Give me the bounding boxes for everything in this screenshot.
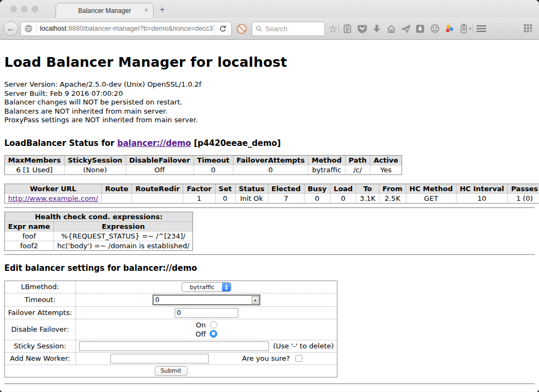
sticky-session-label: Sticky Session: bbox=[5, 340, 76, 352]
content-blocked-icon[interactable] bbox=[236, 23, 247, 34]
sticky-session-hint: (Use '-' to delete) bbox=[273, 342, 334, 350]
failover-attempts-input[interactable] bbox=[175, 308, 238, 318]
send-plane-icon[interactable] bbox=[398, 22, 413, 36]
section-divider bbox=[4, 207, 535, 208]
page-title: Load Balancer Manager for localhost bbox=[4, 54, 535, 70]
table-row: 6 [1 Used] (None) Off 0 0 bytraffic /c/ … bbox=[5, 165, 402, 174]
cell-path: /c/ bbox=[345, 165, 370, 174]
cell-load: 0 bbox=[330, 193, 356, 203]
bookmark-star-icon[interactable]: ☆ bbox=[328, 23, 337, 35]
navigation-toolbar: ← localhost:8880/balancer-manager?b=demo… bbox=[0, 18, 539, 40]
col-expression: Expression bbox=[53, 221, 193, 231]
back-button[interactable]: ← bbox=[3, 21, 18, 36]
health-table-title: Health check cond. expressions: bbox=[5, 212, 193, 221]
close-tab-icon[interactable]: × bbox=[144, 6, 148, 14]
col-method: Method bbox=[308, 155, 345, 165]
table-header-row: Worker URL Route RouteRedir Factor Set S… bbox=[5, 184, 539, 193]
page-content: Load Balancer Manager for localhost Serv… bbox=[0, 40, 539, 392]
lbmethod-select[interactable]: bytraffic ▲▼ bbox=[182, 282, 231, 292]
cell-passes: 1 (0) bbox=[508, 193, 539, 203]
lbmethod-selected-value: bytraffic bbox=[182, 283, 222, 291]
col-timeout: Timeout bbox=[194, 155, 233, 165]
cell-to: 3.1K bbox=[356, 193, 379, 203]
pocket-icon[interactable] bbox=[355, 22, 369, 36]
timeout-label: Timeout: bbox=[5, 293, 76, 306]
balancer-demo-link[interactable]: balancer://demo bbox=[117, 138, 191, 148]
table-header-row: MaxMembers StickySession DisableFailover… bbox=[5, 155, 402, 165]
add-new-worker-input[interactable] bbox=[110, 354, 209, 363]
url-host: localhost bbox=[40, 25, 66, 32]
cell-elected: 7 bbox=[268, 193, 304, 203]
menu-hamburger-icon[interactable] bbox=[474, 22, 489, 36]
disable-failover-label: Disable Failover: bbox=[5, 319, 76, 340]
worker-table: Worker URL Route RouteRedir Factor Set S… bbox=[4, 184, 539, 204]
sticky-session-input[interactable] bbox=[79, 341, 269, 351]
number-spinner-icon[interactable]: ▲ bbox=[252, 296, 259, 304]
close-window-button[interactable] bbox=[10, 6, 17, 12]
url-bar[interactable]: localhost:8880/balancer-manager?b=demo&n… bbox=[20, 22, 232, 36]
color-dots-extension-icon[interactable] bbox=[442, 22, 457, 36]
disable-failover-off-radio[interactable] bbox=[210, 330, 217, 338]
col-failoverattempts: FailoverAttempts bbox=[233, 155, 308, 165]
inherit-note-line: Balancers are NOT inherited from main se… bbox=[4, 107, 535, 116]
minimize-window-button[interactable] bbox=[21, 6, 27, 12]
form-row-disable-failover: Disable Failover: On Off bbox=[5, 319, 337, 340]
cell-timeout: 0 bbox=[194, 165, 233, 174]
server-info: Server Version: Apache/2.5.0-dev (Unix) … bbox=[4, 80, 535, 125]
form-row-lbmethod: LBmethod: bytraffic ▲▼ bbox=[5, 281, 337, 293]
home-icon[interactable] bbox=[384, 22, 398, 36]
zoom-window-button[interactable] bbox=[32, 6, 38, 12]
toolbar-separator bbox=[473, 23, 473, 34]
are-you-sure-label: Are you sure? bbox=[242, 354, 290, 362]
section-divider bbox=[4, 254, 535, 255]
cell-hc-method: GET bbox=[406, 193, 456, 203]
col-maxmembers: MaxMembers bbox=[5, 155, 65, 165]
cell-factor: 1 bbox=[183, 193, 215, 203]
hello-smiley-icon[interactable] bbox=[427, 22, 442, 36]
extension-download-box-icon[interactable] bbox=[413, 22, 427, 36]
bookmarks-clipboard-icon[interactable] bbox=[340, 22, 355, 36]
new-tab-button[interactable]: + bbox=[160, 4, 165, 15]
form-row-timeout: Timeout: 0 ▲ bbox=[5, 293, 337, 306]
select-stepper-icon: ▲▼ bbox=[222, 283, 231, 291]
cell-method: bytraffic bbox=[308, 165, 345, 174]
form-row-failover: Failover Attempts: bbox=[5, 306, 337, 319]
browser-window: Balancer Manager × + ← localhost:8880/ba… bbox=[0, 0, 539, 392]
tab-balancer-manager[interactable]: Balancer Manager × bbox=[56, 3, 154, 18]
downloads-icon[interactable] bbox=[369, 22, 384, 36]
table-row: foof %{REQUEST_STATUS} =~ /^[234]/ bbox=[5, 231, 193, 241]
site-identity-globe-icon[interactable] bbox=[21, 24, 36, 33]
table-header-row: Expr name Expression bbox=[5, 221, 193, 231]
radio-on-label: On bbox=[196, 320, 205, 330]
url-text[interactable]: localhost:8880/balancer-manager?b=demo&n… bbox=[37, 25, 214, 32]
timeout-input[interactable]: 0 ▲ bbox=[153, 295, 260, 305]
chevron-down-icon[interactable]: ▾ bbox=[469, 26, 472, 31]
submit-button[interactable]: Submit bbox=[155, 366, 188, 376]
table-row: foof2 hc('body') =~ /domain is establish… bbox=[5, 241, 193, 250]
col-stickysession: StickySession bbox=[64, 155, 126, 165]
are-you-sure-checkbox[interactable] bbox=[295, 355, 302, 362]
worker-url-link[interactable]: http://www.example.com/ bbox=[8, 194, 98, 202]
server-built-line: Server Built: Feb 9 2016 07:00:20 bbox=[4, 89, 535, 99]
form-row-sticky: Sticky Session: (Use '-' to delete) bbox=[5, 340, 337, 352]
window-controls[interactable] bbox=[10, 6, 38, 12]
col-active: Active bbox=[370, 155, 402, 165]
search-bar[interactable] bbox=[252, 22, 325, 36]
reload-icon[interactable] bbox=[214, 22, 231, 36]
col-passes: Passes bbox=[508, 184, 539, 193]
cell-disablefailover: Off bbox=[126, 165, 194, 174]
grid-extension-icon[interactable] bbox=[521, 22, 536, 36]
cell-busy: 0 bbox=[304, 193, 330, 203]
failover-attempts-label: Failover Attempts: bbox=[5, 306, 76, 319]
search-icon bbox=[255, 25, 262, 32]
search-input[interactable] bbox=[265, 25, 314, 33]
table-row: http://www.example.com/ 1 0 Init Ok 7 0 … bbox=[5, 193, 539, 203]
cell-routeredir bbox=[132, 193, 183, 203]
server-version-line: Server Version: Apache/2.5.0-dev (Unix) … bbox=[4, 80, 535, 89]
cell-worker-url: http://www.example.com/ bbox=[5, 193, 102, 203]
col-elected: Elected bbox=[268, 184, 304, 193]
cell-hc-interval: 10 bbox=[456, 193, 507, 203]
form-row-add-worker: Add New Worker: Are you sure? bbox=[5, 352, 337, 365]
cell-from: 2.5K bbox=[379, 193, 406, 203]
disable-failover-on-radio[interactable] bbox=[210, 321, 217, 328]
